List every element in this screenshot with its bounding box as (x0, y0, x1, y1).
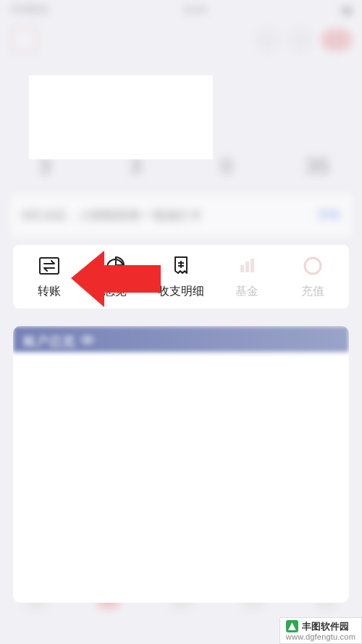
piechart-icon (104, 255, 126, 277)
action-topup[interactable]: 充值 (280, 255, 346, 299)
overview-title: 账户总览 (23, 333, 75, 350)
quick-actions-card: 转账 总览 收支明细 基金 充值 (13, 245, 349, 309)
avatar[interactable] (10, 26, 38, 54)
status-time: 20:08 (183, 4, 207, 15)
notice-action[interactable]: 详情 (317, 208, 340, 223)
watermark: 丰图软件园 www.dgfengtu.com (279, 617, 362, 644)
svg-rect-2 (240, 265, 244, 272)
action-label: 总览 (104, 284, 127, 299)
watermark-name: 丰图软件园 (302, 621, 349, 632)
app-header (0, 19, 362, 61)
notice-card[interactable]: 9月15日，小招猜您有一笔他行卡 详情 (10, 194, 352, 237)
carrier-label: 中国移动 (10, 3, 48, 16)
svg-rect-4 (251, 259, 254, 272)
eye-icon[interactable] (81, 333, 94, 350)
action-transfer[interactable]: 转账 (16, 255, 82, 299)
notice-text: 9月15日，小招猜您有一笔他行卡 (22, 207, 202, 224)
overview-header: 账户总览 (13, 326, 349, 352)
receipt-icon (170, 255, 192, 277)
notification-badge[interactable] (321, 29, 352, 51)
account-overview-card[interactable]: 账户总览 (13, 326, 349, 603)
summary-item[interactable]: 35 (283, 141, 353, 178)
action-label: 转账 (38, 284, 61, 299)
svg-rect-3 (245, 262, 249, 272)
action-label: 基金 (235, 284, 258, 299)
svg-rect-0 (40, 258, 59, 274)
service-icon[interactable] (288, 28, 313, 52)
action-fund[interactable]: 基金 (214, 255, 280, 299)
status-bar: 中国移动 20:08 ▮▮ (0, 0, 362, 19)
svg-point-5 (305, 258, 321, 274)
action-transactions[interactable]: 收支明细 (148, 255, 214, 299)
action-label: 充值 (301, 284, 324, 299)
watermark-url: www.dgfengtu.com (286, 632, 355, 643)
search-icon[interactable] (255, 28, 279, 52)
transfer-icon (38, 255, 60, 277)
action-overview[interactable]: 总览 (82, 255, 148, 299)
svg-point-7 (86, 338, 90, 341)
redaction-block (29, 75, 213, 159)
ring-icon (302, 255, 324, 277)
fund-icon (236, 255, 258, 277)
battery-icon: ▮▮ (342, 4, 352, 15)
watermark-logo-icon (286, 620, 298, 632)
action-label: 收支明细 (158, 284, 204, 299)
